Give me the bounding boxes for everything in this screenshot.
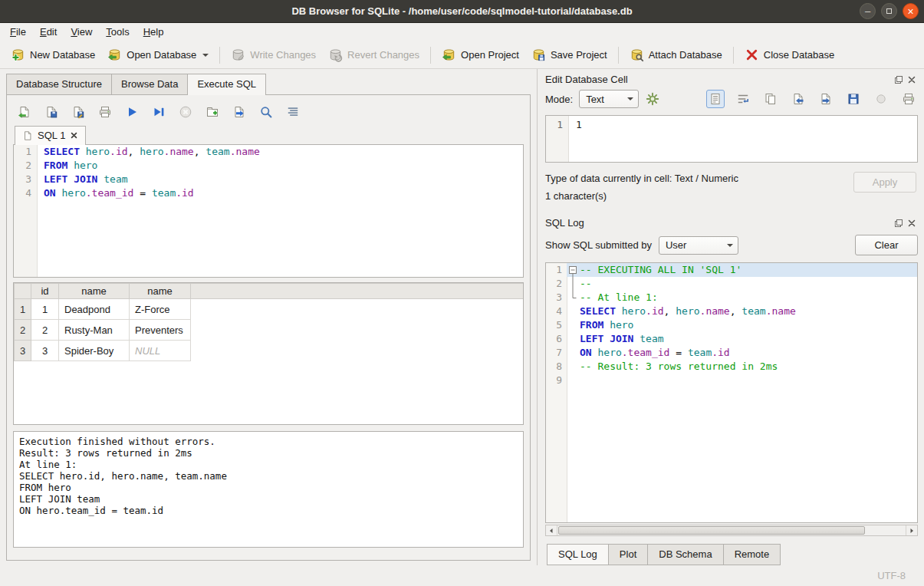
open-sql-file-button[interactable] [16,104,33,120]
sql-tab-close-icon[interactable] [70,131,78,140]
scroll-thumb[interactable] [558,526,865,535]
log-line[interactable]: 6LEFT JOIN team [546,332,917,346]
float-panel-icon[interactable] [894,219,903,228]
tab-remote[interactable]: Remote [723,544,781,565]
log-line[interactable]: 4SELECT hero.id, hero.name, team.name [546,305,917,318]
column-header[interactable]: name [130,284,191,299]
close-panel-icon[interactable] [907,75,916,84]
new-sql-tab-button[interactable] [204,104,221,120]
execute-all-button[interactable] [123,104,140,120]
editor-line[interactable]: 4ON hero.team_id = team.id [14,186,523,200]
row-header[interactable]: 2 [15,320,31,341]
log-line[interactable]: 9 [546,374,917,387]
code-line: LEFT JOIN team [580,332,917,346]
mode-select[interactable]: Text [579,90,639,108]
table-cell[interactable]: Preventers [130,320,191,341]
table-corner-header[interactable] [15,284,31,299]
format-sql-button[interactable] [284,104,301,120]
table-cell[interactable]: Rusty-Man [59,320,130,341]
log-line[interactable]: 1-- EXECUTING ALL IN 'SQL 1' [546,263,917,277]
row-header[interactable]: 3 [15,341,31,361]
word-wrap-button[interactable] [734,90,752,108]
open-project-button[interactable]: Open Project [436,44,525,66]
cell-editor[interactable]: 1 1 [545,115,918,163]
sql-tab[interactable]: SQL 1 [15,126,86,145]
table-row[interactable]: 11DeadpondZ-Force [15,299,524,320]
close-panel-icon[interactable] [907,219,916,228]
menu-item-file[interactable]: File [3,23,33,41]
export-sql-button[interactable] [231,104,248,120]
clear-log-button[interactable]: Clear [855,235,918,255]
table-row[interactable]: 33Spider-BoyNULL [15,341,524,361]
toolbar-button-label: Write Changes [250,49,316,61]
editor-line[interactable]: 2FROM hero [14,159,523,173]
open-database-button[interactable]: Open Database [101,44,215,66]
scroll-right-arrow-icon[interactable] [906,525,917,535]
auto-apply-gear-icon[interactable] [645,91,660,107]
tab-browse-data[interactable]: Browse Data [111,74,188,94]
close-database-button[interactable]: Close Database [738,44,841,66]
table-cell[interactable]: 3 [31,341,59,361]
log-line[interactable]: 2-- [546,277,917,291]
log-horizontal-scrollbar[interactable] [545,525,918,536]
maximize-button[interactable] [881,3,897,19]
save-sql-as-button[interactable] [70,104,87,120]
minimize-button[interactable]: – [860,3,876,19]
tab-db-schema[interactable]: DB Schema [647,544,723,565]
editor-line[interactable]: 1SELECT hero.id, hero.name, team.name [14,145,523,159]
results-table[interactable]: idnamename 11DeadpondZ-Force22Rusty-ManP… [13,282,524,425]
new-database-icon [11,48,25,62]
execute-current-line-button[interactable] [150,104,167,120]
new-database-button[interactable]: New Database [5,44,101,66]
row-header[interactable]: 1 [15,299,31,320]
log-line[interactable]: 3-- At line 1: [546,291,917,305]
menu-item-tools[interactable]: Tools [99,23,136,41]
sql-log-view[interactable]: 1-- EXECUTING ALL IN 'SQL 1'2--3-- At li… [545,262,918,523]
sql-tab-label: SQL 1 [38,130,65,141]
table-cell[interactable]: Spider-Boy [59,341,130,361]
code-line: FROM hero [580,318,917,332]
submitter-select[interactable]: User [659,236,738,255]
save-sql-file-button[interactable] [43,104,60,120]
editor-line[interactable]: 3LEFT JOIN team [14,173,523,186]
log-line[interactable]: 7ON hero.team_id = team.id [546,346,917,360]
execution-message-area[interactable]: Execution finished without errors.Result… [13,431,524,548]
menu-item-help[interactable]: Help [136,23,171,41]
tab-sql-log[interactable]: SQL Log [547,544,609,565]
close-button[interactable]: × [903,3,919,19]
column-header[interactable]: name [59,284,130,299]
print-sql-button[interactable] [97,104,113,120]
import-cell-button[interactable] [789,90,807,108]
table-cell[interactable]: NULL [130,341,191,361]
fold-marker-icon[interactable] [567,291,580,305]
table-cell[interactable]: Deadpond [59,299,130,320]
scroll-left-arrow-icon[interactable] [546,525,557,535]
table-cell[interactable]: Z-Force [130,299,191,320]
save-cell-button[interactable] [844,90,863,108]
tab-execute-sql[interactable]: Execute SQL [187,74,266,95]
float-panel-icon[interactable] [894,75,903,84]
revert-changes-button: Revert Changes [322,44,426,66]
column-header[interactable]: id [31,284,59,299]
log-line[interactable]: 8-- Result: 3 rows returned in 2ms [546,360,917,374]
fold-marker-icon[interactable] [567,277,580,291]
log-line[interactable]: 5FROM hero [546,318,917,332]
save-project-button[interactable]: Save Project [525,44,613,66]
print-cell-button[interactable] [899,90,918,108]
find-replace-button[interactable] [258,104,275,120]
attach-database-button[interactable]: Attach Database [623,44,728,66]
copy-cell-button[interactable] [761,90,780,108]
table-cell[interactable]: 2 [31,320,59,341]
menu-item-view[interactable]: View [64,23,99,41]
sql-editor[interactable]: 1SELECT hero.id, hero.name, team.name2FR… [13,144,524,278]
table-row[interactable]: 22Rusty-ManPreventers [15,320,524,341]
fold-marker-icon[interactable] [567,263,580,277]
text-document-button[interactable] [706,90,725,108]
scroll-track[interactable] [557,525,906,535]
table-cell[interactable]: 1 [31,299,59,320]
menu-item-edit[interactable]: Edit [33,23,64,41]
export-cell-button[interactable] [817,90,835,108]
titlebar[interactable]: DB Browser for SQLite - /home/user/code/… [0,0,924,23]
tab-database-structure[interactable]: Database Structure [6,74,112,94]
tab-plot[interactable]: Plot [608,544,648,565]
